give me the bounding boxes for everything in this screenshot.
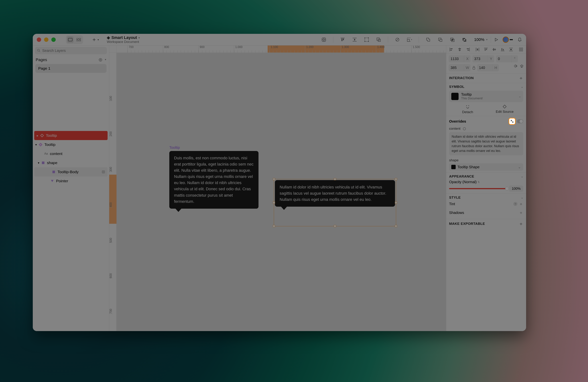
height-input[interactable]: 140H [477,64,499,71]
align-left-button[interactable] [449,47,453,52]
distribute-v-button[interactable] [509,47,513,52]
canvas-view-button[interactable] [67,36,74,43]
artboard-label[interactable]: Tooltip [169,145,180,150]
chevron-down-icon: ▾ [411,38,412,41]
align-right-button[interactable] [466,47,470,52]
resize-handle[interactable] [395,225,397,227]
resize-handle[interactable] [395,201,397,204]
exportable-header: MAKE EXPORTABLE [449,222,485,226]
svg-rect-64 [519,48,521,49]
align-bottom-button[interactable] [501,47,505,52]
chevron-down-icon: ⌄ [518,165,521,169]
chevron-down-icon: ▾ [486,38,487,41]
opacity-slider[interactable] [449,188,507,189]
align-vcenter-icon [492,48,496,51]
fullscreen-window-button[interactable] [51,38,56,42]
slider-thumb[interactable] [505,187,509,190]
resize-handle[interactable] [395,178,397,180]
more-menu-button[interactable]: ••• [509,37,513,42]
resize-handle[interactable] [273,225,275,227]
tooltip-symbol-instance[interactable]: Nullam id dolor id nibh ultricies vehicu… [275,180,395,207]
mask-button[interactable] [395,37,400,42]
resize-handle[interactable] [334,225,336,227]
close-window-button[interactable] [37,38,41,42]
content-override-input[interactable]: Nullam id dolor id nibh ultricies vehicu… [449,132,523,155]
layer-row-tooltip-body[interactable]: Tooltip-Body [34,167,107,177]
align-vcenter-button[interactable] [492,47,496,52]
overrides-toggle[interactable] [517,119,523,123]
zoom-control[interactable]: 100% ▾ [474,37,487,42]
layer-search-input[interactable] [35,47,107,54]
opacity-value-input[interactable]: 100% [509,185,523,192]
insert-menu-button[interactable]: ＋ ▾ [91,36,99,43]
add-interaction-button[interactable]: ＋ [519,75,523,81]
blend-mode-select[interactable]: ⇅ [478,181,480,183]
layer-row-tooltip-symbol[interactable]: ▸ Tooltip [34,131,107,140]
svg-rect-42 [450,50,452,51]
tooltip-pointer-icon [175,208,182,212]
align-top-button[interactable] [484,47,488,52]
add-tint-button[interactable]: ＋ [519,201,523,207]
flip-v-icon [520,64,524,68]
tidy-button[interactable] [519,47,523,52]
collapse-style-button[interactable]: ⌄ [521,196,523,199]
subtract-button[interactable] [438,37,443,42]
shape-override-select[interactable]: Tooltip Shape ⌄ [449,163,523,171]
fit-to-content-button[interactable] [509,118,516,125]
align-top-button[interactable] [340,37,345,42]
layer-row-content[interactable]: Aa content [33,149,109,158]
document-title-block[interactable]: ◈ Smart Layout ▾ Workspace Document [107,35,140,44]
y-position-input[interactable]: 373Y [472,55,494,62]
horizontal-ruler[interactable]: 700 800 900 1.000 1.100 1.200 1.300 1.40… [117,45,446,53]
components-view-button[interactable] [75,36,82,43]
chevron-right-icon: ▸ [37,134,38,137]
rotation-input[interactable]: 0° [496,55,518,62]
tint-help-button[interactable]: ? [513,202,517,206]
align-hcenter-button[interactable] [458,47,462,52]
layer-link-icon[interactable] [102,170,105,174]
shadows-label: Shadows [449,211,464,215]
union-button[interactable] [425,37,431,42]
page-item[interactable]: Page 1 [35,64,106,73]
x-position-input[interactable]: 1133X [449,55,471,62]
layer-row-pointer[interactable]: Pointer [33,177,109,185]
width-input[interactable]: 385W [449,64,471,71]
scale-button[interactable]: ▾ [407,37,412,42]
lock-aspect-button[interactable] [472,64,475,71]
ungroup-button[interactable] [376,37,381,42]
detach-button[interactable]: Detach [449,105,486,114]
svg-rect-67 [521,50,523,51]
collapse-appearance-button[interactable]: ⌄ [521,175,523,178]
add-shadow-button[interactable]: ＋ [519,210,523,216]
symbol-source-select[interactable]: Tooltip This Document/ ⌄ [449,91,523,102]
collapse-symbol-button[interactable]: ⌄ [521,85,523,88]
distribute-button[interactable] [352,37,357,42]
flip-vertical-button[interactable] [520,64,524,71]
minimize-window-button[interactable] [44,38,48,42]
tooltip-symbol-master[interactable]: Duis mollis, est non commodo luctus, nis… [169,151,258,209]
add-page-button[interactable] [99,58,102,62]
plus-circle-icon [99,58,102,62]
preview-button[interactable] [494,38,498,42]
vertical-ruler[interactable]: 100 200 300 400 500 600 700 800 [109,53,117,331]
canvas[interactable]: Tooltip Duis mollis, est non commodo luc… [117,53,446,331]
user-avatar[interactable] [503,37,509,43]
notifications-button[interactable] [518,38,522,42]
layer-row-shape[interactable]: ▾ shape [33,158,109,167]
difference-button[interactable] [462,37,467,42]
group-button[interactable] [364,37,369,42]
distribute-h-button[interactable] [475,47,480,52]
tooltip-text: Duis mollis, est non commodo luctus, nis… [174,156,253,204]
layer-name: Pointer [56,179,68,183]
edit-source-button[interactable]: Edit Source [486,105,523,114]
svg-rect-41 [450,48,453,49]
ruler-origin[interactable] [109,45,117,53]
resize-handle[interactable] [273,178,275,180]
symbol-tool-button[interactable] [321,37,327,42]
flip-horizontal-button[interactable] [514,64,518,71]
intersect-icon [450,38,454,42]
layer-row-tooltip-instance[interactable]: ▾ Tooltip [33,140,109,149]
intersect-button[interactable] [449,37,455,42]
collapse-pages-button[interactable]: ▾ [105,58,106,62]
add-export-button[interactable]: ＋ [519,221,523,227]
